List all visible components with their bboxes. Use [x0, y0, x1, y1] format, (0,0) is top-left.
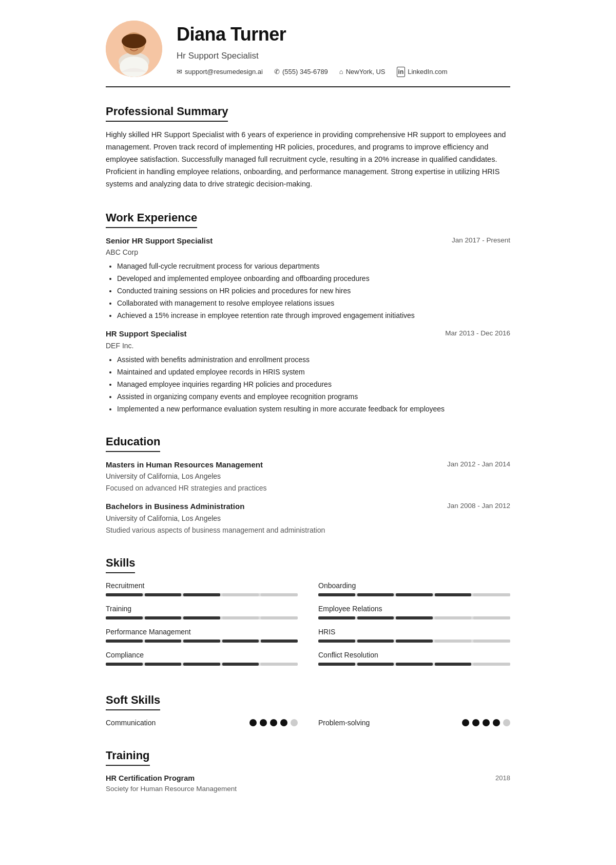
edu-header: Bachelors in Business Administration Jan…: [106, 501, 510, 513]
skill-segment-empty: [435, 616, 472, 619]
skill-dots: [462, 719, 510, 726]
job-date: Mar 2013 - Dec 2016: [445, 328, 510, 339]
soft-skills-title: Soft Skills: [106, 691, 160, 710]
skill-bar: [106, 616, 298, 619]
job-company: ABC Corp: [106, 247, 510, 258]
edu-date: Jan 2012 - Jan 2014: [447, 459, 510, 469]
job-company: DEF Inc.: [106, 341, 510, 351]
skill-name: Training: [106, 604, 298, 614]
skills-grid: Recruitment Onboarding Training Employee…: [106, 580, 510, 673]
job-header: Senior HR Support Specialist Jan 2017 - …: [106, 235, 510, 247]
skill-segment-empty: [222, 593, 259, 596]
soft-skills-grid: Communication Problem-solving: [106, 718, 510, 728]
email-icon: ✉: [177, 67, 182, 77]
skill-segment-filled: [183, 640, 220, 643]
job-title: Senior HR Support Specialist: [106, 235, 213, 247]
edu-school: University of California, Los Angeles: [106, 471, 510, 482]
skill-segment-filled: [106, 663, 143, 666]
location-icon: ⌂: [339, 67, 343, 77]
job-bullet: Assisted with benefits administration an…: [117, 354, 510, 365]
soft-skill-name: Communication: [106, 718, 156, 728]
skill-name: Conflict Resolution: [318, 650, 510, 661]
job-bullet: Maintained and updated employee records …: [117, 367, 510, 378]
skill-segment-filled: [145, 663, 182, 666]
dot-filled: [483, 719, 490, 726]
soft-skill-name: Problem-solving: [318, 718, 370, 728]
edu-degree: Masters in Human Resources Management: [106, 459, 263, 471]
skill-item: Employee Relations: [318, 604, 510, 619]
email-value: support@resumedesign.ai: [185, 67, 263, 77]
skill-segment-filled: [396, 593, 433, 596]
phone-contact: ✆ (555) 345-6789: [274, 67, 328, 77]
skill-segment-filled: [318, 616, 355, 619]
skill-name: Performance Management: [106, 627, 298, 637]
training-section: Training HR Certification Program Societ…: [106, 743, 510, 795]
education-title: Education: [106, 433, 160, 452]
job-bullet: Assisted in organizing company events an…: [117, 391, 510, 402]
job-entry: HR Support Specialist Mar 2013 - Dec 201…: [106, 328, 510, 415]
skill-bar: [106, 640, 298, 643]
dot-filled: [260, 719, 267, 726]
skill-bar: [318, 640, 510, 643]
skill-segment-filled: [357, 663, 394, 666]
job-bullet: Managed employee inquiries regarding HR …: [117, 379, 510, 390]
job-bullet: Achieved a 15% increase in employee rete…: [117, 310, 510, 321]
skill-bar: [106, 663, 298, 666]
skill-segment-filled: [145, 593, 182, 596]
skill-item: Onboarding: [318, 580, 510, 596]
header-section: Diana Turner Hr Support Specialist ✉ sup…: [106, 21, 510, 77]
job-entry: Senior HR Support Specialist Jan 2017 - …: [106, 235, 510, 322]
skill-segment-filled: [183, 663, 220, 666]
skill-item: Training: [106, 604, 298, 619]
skill-name: HRIS: [318, 627, 510, 637]
phone-value: (555) 345-6789: [282, 67, 328, 77]
experience-title: Work Experience: [106, 209, 197, 228]
edu-desc: Focused on advanced HR strategies and pr…: [106, 483, 510, 494]
job-bullet: Collaborated with management to resolve …: [117, 298, 510, 309]
skill-segment-filled: [145, 640, 182, 643]
skill-segment-filled: [106, 640, 143, 643]
skill-segment-filled: [396, 640, 433, 643]
soft-skill-item: Problem-solving: [318, 718, 510, 728]
dot-filled: [280, 719, 287, 726]
training-name: HR Certification Program: [106, 773, 237, 784]
skill-segment-filled: [183, 593, 220, 596]
skill-segment-filled: [396, 616, 433, 619]
skill-segment-filled: [222, 640, 259, 643]
skill-item: Recruitment: [106, 580, 298, 596]
job-bullets: Assisted with benefits administration an…: [106, 354, 510, 415]
dot-empty: [503, 719, 510, 726]
skill-item: HRIS: [318, 627, 510, 643]
jobs-list: Senior HR Support Specialist Jan 2017 - …: [106, 235, 510, 415]
skill-name: Compliance: [106, 650, 298, 661]
skill-segment-empty: [435, 640, 472, 643]
skill-bar: [106, 593, 298, 596]
edu-degree: Bachelors in Business Administration: [106, 501, 244, 513]
dot-filled: [493, 719, 500, 726]
skill-segment-filled: [357, 616, 394, 619]
skill-bar: [318, 616, 510, 619]
linkedin-value: LinkedIn.com: [408, 67, 447, 77]
education-list: Masters in Human Resources Management Ja…: [106, 459, 510, 536]
training-title: Training: [106, 747, 150, 766]
skill-dots: [249, 719, 298, 726]
skill-name: Onboarding: [318, 580, 510, 591]
skill-segment-empty: [222, 616, 259, 619]
svg-point-6: [120, 57, 148, 77]
training-item: HR Certification Program Society for Hum…: [106, 773, 510, 795]
dot-filled: [249, 719, 257, 726]
skill-segment-filled: [435, 663, 472, 666]
edu-date: Jan 2008 - Jan 2012: [447, 501, 510, 511]
edu-header: Masters in Human Resources Management Ja…: [106, 459, 510, 471]
dot-empty: [291, 719, 298, 726]
location-value: NewYork, US: [346, 67, 386, 77]
job-title: HR Support Specialist: [106, 328, 187, 340]
svg-point-4: [128, 43, 131, 46]
skill-segment-empty: [261, 616, 298, 619]
skill-segment-empty: [473, 640, 510, 643]
job-date: Jan 2017 - Present: [452, 235, 510, 246]
summary-text: Highly skilled HR Support Specialist wit…: [106, 129, 510, 191]
job-bullet: Implemented a new performance evaluation…: [117, 404, 510, 415]
dot-filled: [270, 719, 277, 726]
skill-segment-filled: [357, 640, 394, 643]
